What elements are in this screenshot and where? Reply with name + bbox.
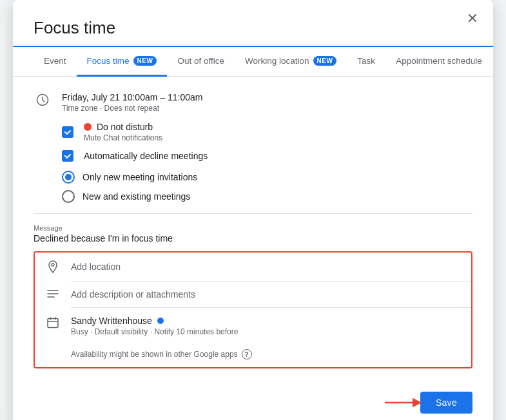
calendar-dot [157,318,164,324]
dnd-dot [84,123,92,131]
description-icon [45,289,61,300]
auto-decline-label: Automatically decline meetings [84,151,208,161]
radio-options: Only new meeting invitations New and exi… [13,166,493,208]
tab-appointment-schedule[interactable]: Appointment schedule [385,47,492,77]
radio-only-new-circle [62,171,75,184]
calendar-content: Sandy Writtenhouse Busy · Default visibi… [71,316,461,336]
svg-point-1 [52,263,54,266]
highlight-box: Add location Add description or attachme… [34,251,472,368]
radio-new-existing-circle [62,190,75,203]
add-description-text: Add description or attachments [71,289,195,300]
message-section: Message Declined because I'm in focus ti… [13,219,493,249]
availability-row: Availability might be shown in other Goo… [35,344,471,367]
dnd-label: Do not disturb [84,122,162,132]
help-icon[interactable]: ? [242,349,252,359]
tab-focus-time[interactable]: Focus time NEW [77,47,168,77]
radio-only-new[interactable]: Only new meeting invitations [62,171,472,184]
date-time-content: Friday, July 21 10:00am – 11:00am Time z… [62,92,472,113]
focus-time-badge: NEW [133,56,157,66]
add-location-text: Add location [71,262,121,272]
tab-working-location[interactable]: Working location NEW [235,47,347,77]
radio-new-existing[interactable]: New and existing meetings [62,190,472,203]
date-main[interactable]: Friday, July 21 10:00am – 11:00am [62,92,472,102]
tab-out-of-office[interactable]: Out of office [167,47,235,77]
message-label: Message [34,224,472,232]
footer: Save [13,381,493,414]
radio-inner [65,174,72,180]
date-sub: Time zone · Does not repeat [62,104,472,113]
location-icon [45,260,61,273]
close-icon [467,12,478,24]
message-text[interactable]: Declined because I'm in focus time [34,233,472,243]
clock-icon [34,93,52,106]
tab-task[interactable]: Task [347,47,385,77]
checkmark-icon [64,128,72,136]
arrow-icon [385,396,423,409]
calendar-row: Sandy Writtenhouse Busy · Default visibi… [35,308,471,344]
close-button[interactable] [462,8,483,28]
add-location-row[interactable]: Add location [35,253,471,281]
calendar-icon [45,317,61,329]
dnd-row: Do not disturb Mute Chat notifications [13,118,493,146]
auto-decline-checkbox[interactable] [62,150,73,162]
dialog-title: Focus time [13,0,493,47]
divider-1 [34,213,472,214]
dialog-content: Friday, July 21 10:00am – 11:00am Time z… [13,77,493,381]
save-button[interactable]: Save [420,392,472,414]
calendar-name: Sandy Writtenhouse [71,316,461,326]
dnd-checkbox[interactable] [62,126,73,138]
tab-event[interactable]: Event [34,47,77,77]
dnd-content: Do not disturb Mute Chat notifications [84,122,162,142]
working-location-badge: NEW [313,56,337,66]
calendar-sub: Busy · Default visibility · Notify 10 mi… [71,327,461,336]
checkmark-icon-2 [64,152,72,160]
date-time-row: Friday, July 21 10:00am – 11:00am Time z… [13,87,493,118]
arrow-hint [385,396,423,409]
auto-decline-row: Automatically decline meetings [13,146,493,166]
dnd-sub: Mute Chat notifications [84,133,162,142]
dialog: Focus time Event Focus time NEW Out of o… [13,0,493,420]
tabs-bar: Event Focus time NEW Out of office Worki… [13,47,493,77]
svg-rect-2 [48,319,58,328]
add-description-row[interactable]: Add description or attachments [35,282,471,307]
